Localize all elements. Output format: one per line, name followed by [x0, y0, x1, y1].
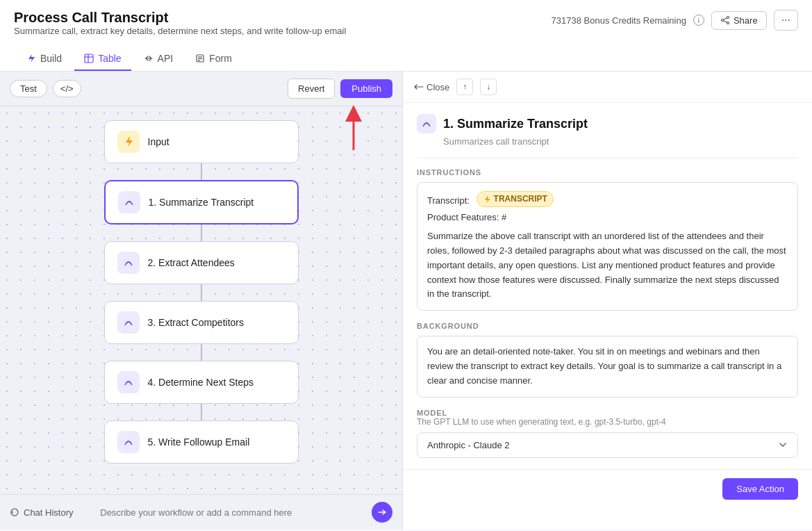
- node-label-step3: 3. Extract Competitors: [148, 317, 245, 328]
- toolbar: Test </> Revert Publish: [0, 72, 402, 106]
- step-header: 1. Summarize Transcript: [417, 114, 798, 133]
- svg-line-3: [723, 18, 727, 19]
- instructions-label: INSTRUCTIONS: [417, 168, 798, 177]
- background-box: You are an detail-oriented note-taker. Y…: [417, 336, 798, 397]
- connector-2: [201, 284, 202, 301]
- model-select[interactable]: Anthropic - Claude 2: [417, 432, 798, 458]
- svg-point-0: [727, 17, 729, 19]
- close-label: Close: [426, 82, 449, 92]
- more-button[interactable]: ···: [774, 10, 798, 31]
- product-features-line: Product Features: #: [427, 211, 788, 225]
- chevron-down-icon: [778, 440, 788, 450]
- table-icon: [84, 54, 94, 63]
- node-icon-step5: [117, 431, 140, 453]
- code-button[interactable]: </>: [53, 80, 81, 97]
- more-icon: ···: [781, 14, 790, 26]
- share-button[interactable]: Share: [711, 11, 767, 30]
- tab-api[interactable]: API: [134, 47, 183, 71]
- instructions-box: Transcript: TRANSCRIPT Product Features:…: [417, 182, 798, 311]
- model-selected-value: Anthropic - Claude 2: [427, 440, 510, 450]
- lightning-icon: [26, 54, 36, 63]
- left-panel: Test </> Revert Publish: [0, 72, 403, 530]
- workflow-node-step2[interactable]: 2. Extract Attendees: [104, 241, 299, 284]
- send-button[interactable]: [372, 502, 392, 523]
- transcript-badge: TRANSCRIPT: [477, 195, 554, 206]
- divider-1: [417, 158, 798, 158]
- svg-point-2: [727, 22, 729, 24]
- workflow-node-step5[interactable]: 5. Write Followup Email: [104, 420, 299, 464]
- header-left: Process Call Transcript Summarize call, …: [14, 10, 346, 43]
- share-label: Share: [734, 15, 758, 26]
- step-subtitle: Summarizes call transcript: [417, 136, 798, 147]
- send-icon: [377, 507, 387, 517]
- node-label-step4: 4. Determine Next Steps: [148, 377, 254, 388]
- lightning-badge-icon: [483, 195, 491, 204]
- background-label: BACKGROUND: [417, 322, 798, 330]
- ai-icon-step3: [123, 317, 134, 328]
- connector-0: [201, 163, 202, 180]
- api-icon: [144, 54, 154, 63]
- step-icon: [417, 114, 436, 133]
- page-title: Process Call Transcript: [14, 10, 346, 26]
- node-label-step1: 1. Summarize Transcript: [149, 197, 254, 208]
- chat-area: Chat History: [0, 494, 402, 530]
- refresh-icon: [10, 507, 19, 517]
- right-panel: Close ↑ ↓ 1. Summarize Transcript Summar…: [403, 72, 812, 530]
- node-label-step5: 5. Write Followup Email: [148, 436, 250, 448]
- workflow-node-step4[interactable]: 4. Determine Next Steps: [104, 361, 299, 404]
- revert-button[interactable]: Revert: [288, 79, 335, 99]
- node-icon-step4: [117, 371, 140, 393]
- page-subtitle: Summarize call, extract key details, det…: [14, 26, 346, 36]
- nav-tabs: Build Table API Form: [14, 47, 798, 71]
- tab-build[interactable]: Build: [17, 47, 72, 71]
- chat-history-button[interactable]: Chat History: [24, 507, 74, 518]
- test-button[interactable]: Test: [10, 80, 47, 97]
- tab-table[interactable]: Table: [74, 47, 131, 71]
- save-action-bar: Save Action: [403, 469, 812, 508]
- credits-text: 731738 Bonus Credits Remaining: [552, 15, 686, 26]
- svg-line-4: [723, 21, 727, 22]
- header: Process Call Transcript Summarize call, …: [0, 0, 812, 72]
- workflow-node-step3[interactable]: 3. Extract Competitors: [104, 301, 299, 344]
- workflow-canvas: Input 1. Summarize Transcript: [0, 106, 402, 494]
- connector-3: [201, 344, 202, 361]
- close-button[interactable]: Close: [414, 82, 449, 92]
- ai-icon-step1: [124, 197, 135, 208]
- save-action-button[interactable]: Save Action: [722, 478, 798, 500]
- chat-left: Chat History: [10, 507, 100, 518]
- workflow-node-input[interactable]: Input: [104, 120, 299, 163]
- instructions-body: Summarize the above call transcript with…: [427, 229, 788, 302]
- workflow-node-step1[interactable]: 1. Summarize Transcript: [104, 180, 299, 224]
- close-arrow-icon: [414, 82, 424, 92]
- nav-up-button[interactable]: ↑: [456, 79, 473, 95]
- lightning-yellow-icon: [123, 136, 134, 147]
- step-ai-icon: [421, 118, 432, 129]
- model-description: The GPT LLM to use when generating text,…: [417, 417, 798, 427]
- right-toolbar: Close ↑ ↓: [403, 72, 812, 103]
- node-icon-step3: [117, 311, 140, 334]
- main-layout: Test </> Revert Publish: [0, 72, 812, 530]
- node-icon-step2: [117, 252, 140, 274]
- node-label-input: Input: [148, 136, 169, 147]
- tab-form[interactable]: Form: [185, 47, 242, 71]
- form-icon: [195, 54, 205, 63]
- svg-point-1: [721, 19, 723, 22]
- connector-4: [201, 404, 202, 420]
- header-right: 731738 Bonus Credits Remaining i Share ·…: [552, 10, 798, 31]
- chat-input[interactable]: [100, 507, 372, 518]
- publish-button[interactable]: Publish: [340, 79, 392, 98]
- transcript-line: Transcript: TRANSCRIPT: [427, 191, 788, 208]
- ai-icon-step5: [123, 436, 134, 448]
- ai-icon-step4: [123, 377, 134, 388]
- nav-down-button[interactable]: ↓: [480, 79, 497, 95]
- svg-rect-5: [85, 54, 93, 63]
- model-label: MODEL: [417, 409, 798, 417]
- share-icon: [720, 15, 730, 25]
- transcript-prefix: Transcript:: [427, 195, 470, 206]
- ai-icon-step2: [123, 257, 134, 268]
- right-content: 1. Summarize Transcript Summarizes call …: [403, 103, 812, 469]
- node-icon-step1: [118, 191, 140, 213]
- connector-1: [201, 224, 202, 241]
- node-icon-input: [117, 131, 140, 153]
- info-icon[interactable]: i: [693, 15, 704, 26]
